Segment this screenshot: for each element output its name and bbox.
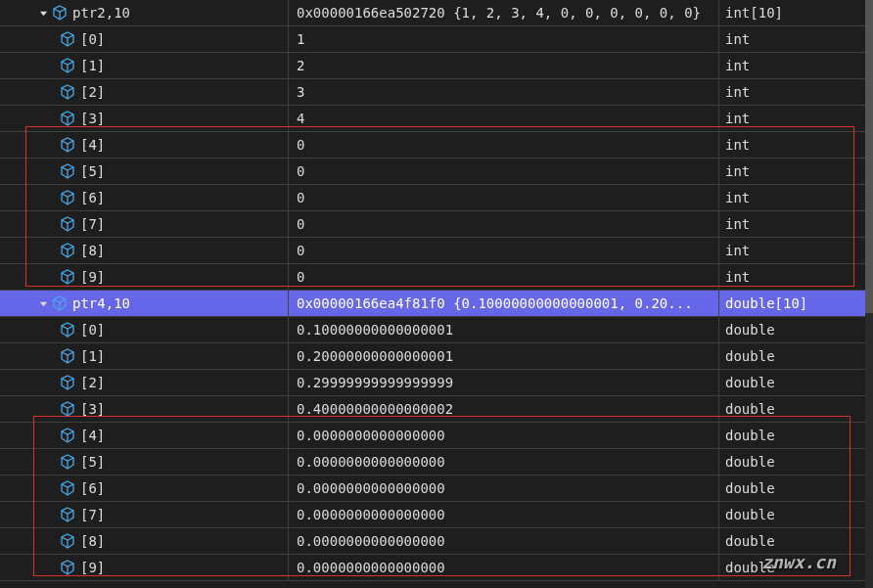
watch-name-cell[interactable]: [6]: [0, 185, 289, 210]
expand-toggle-icon[interactable]: [37, 297, 49, 309]
variable-cube-icon: [59, 136, 76, 154]
variable-name: ptr2,10: [72, 5, 130, 21]
watch-type-cell: double: [719, 317, 873, 342]
table-row[interactable]: [5]0.0000000000000000double: [0, 449, 873, 475]
watch-name-cell[interactable]: [0]: [0, 317, 289, 342]
variable-name: [3]: [80, 401, 105, 417]
watch-value-cell[interactable]: 0.29999999999999999: [289, 370, 719, 395]
watch-value-cell[interactable]: 2: [289, 53, 719, 78]
variable-cube-icon: [59, 83, 76, 101]
watch-name-cell[interactable]: [2]: [0, 79, 289, 105]
table-row[interactable]: [6]0int: [0, 185, 873, 211]
table-row[interactable]: [9]0int: [0, 264, 873, 291]
table-row[interactable]: [0]0.10000000000000001double: [0, 317, 873, 343]
watch-type-cell: int: [719, 132, 873, 158]
table-row[interactable]: [2]3int: [0, 79, 873, 106]
variable-cube-icon: [59, 427, 76, 444]
table-row[interactable]: [2]0.29999999999999999double: [0, 370, 873, 396]
watch-name-cell[interactable]: ptr2,10: [0, 0, 289, 25]
table-row[interactable]: [8]0.0000000000000000double: [0, 528, 873, 555]
vertical-scrollbar[interactable]: [865, 0, 873, 588]
variable-cube-icon: [59, 110, 76, 127]
variable-name: [4]: [80, 428, 105, 443]
watch-value-cell[interactable]: 0: [289, 185, 719, 210]
expand-toggle-icon[interactable]: [37, 7, 49, 19]
watch-name-cell[interactable]: [1]: [0, 53, 289, 78]
watch-type-cell: int: [719, 211, 873, 237]
watch-value-cell[interactable]: 0: [289, 158, 719, 184]
watch-name-cell[interactable]: [6]: [0, 475, 289, 501]
table-row[interactable]: [8]0int: [0, 238, 873, 264]
variable-name: [0]: [80, 31, 105, 47]
watch-value-cell[interactable]: 0.10000000000000001: [289, 317, 719, 342]
table-row[interactable]: [7]0.0000000000000000double: [0, 502, 873, 528]
table-row[interactable]: [4]0.0000000000000000double: [0, 423, 873, 449]
watch-value-cell[interactable]: 3: [289, 79, 719, 105]
watch-value-cell[interactable]: 0.0000000000000000: [289, 475, 719, 501]
table-row[interactable]: [9]0.0000000000000000double: [0, 555, 873, 581]
variable-name: [1]: [80, 348, 105, 364]
watch-value-cell[interactable]: 0.0000000000000000: [289, 528, 719, 554]
watch-name-cell[interactable]: [1]: [0, 343, 289, 369]
table-row[interactable]: [1]0.20000000000000001double: [0, 343, 873, 370]
watch-name-cell[interactable]: [2]: [0, 370, 289, 395]
variable-name: [2]: [80, 375, 105, 390]
watch-name-cell[interactable]: [8]: [0, 528, 289, 554]
watch-name-cell[interactable]: [5]: [0, 449, 289, 475]
watch-value-cell[interactable]: 0: [289, 238, 719, 263]
watch-value-cell[interactable]: 0x00000166ea502720 {1, 2, 3, 4, 0, 0, 0,…: [289, 0, 719, 25]
watch-value-cell[interactable]: 0.0000000000000000: [289, 449, 719, 475]
table-row[interactable]: [3]4int: [0, 106, 873, 132]
watch-name-cell[interactable]: [9]: [0, 555, 289, 580]
watch-name-cell[interactable]: [4]: [0, 423, 289, 448]
watch-type-cell: double: [719, 502, 873, 527]
scrollbar-thumb[interactable]: [865, 0, 873, 313]
table-row[interactable]: [4]0int: [0, 132, 873, 158]
variable-cube-icon: [59, 559, 76, 576]
table-row[interactable]: [3]0.40000000000000002double: [0, 396, 873, 423]
table-row[interactable]: [7]0int: [0, 211, 873, 238]
watch-type-cell: int: [719, 185, 873, 210]
variable-name: [7]: [80, 216, 105, 232]
watch-name-cell[interactable]: [3]: [0, 106, 289, 131]
watch-type-cell: int: [719, 26, 873, 52]
watch-value-cell[interactable]: 0.0000000000000000: [289, 423, 719, 448]
variable-cube-icon: [59, 57, 76, 74]
watch-value-cell[interactable]: 0: [289, 264, 719, 290]
watch-value-cell[interactable]: 0x00000166ea4f81f0 {0.10000000000000001,…: [289, 291, 719, 316]
watch-value-cell[interactable]: 1: [289, 26, 719, 52]
variable-cube-icon: [59, 532, 76, 550]
watch-name-cell[interactable]: [7]: [0, 502, 289, 527]
table-row[interactable]: [1]2int: [0, 53, 873, 79]
watch-type-cell: int[10]: [719, 0, 873, 25]
variable-name: [1]: [80, 58, 105, 73]
watch-name-cell[interactable]: [0]: [0, 26, 289, 52]
watch-value-cell[interactable]: 0.0000000000000000: [289, 502, 719, 527]
watch-name-cell[interactable]: [9]: [0, 264, 289, 290]
watch-value-cell[interactable]: 0: [289, 132, 719, 158]
watch-name-cell[interactable]: ptr4,10: [0, 291, 289, 316]
watch-type-cell: int: [719, 53, 873, 78]
table-row[interactable]: [0]1int: [0, 26, 873, 53]
watch-value-cell[interactable]: 4: [289, 106, 719, 131]
table-row[interactable]: ptr4,100x00000166ea4f81f0 {0.10000000000…: [0, 291, 873, 317]
watch-value-cell[interactable]: 0.40000000000000002: [289, 396, 719, 422]
watch-type-cell: double[10]: [719, 291, 873, 316]
watch-value-cell[interactable]: 0.20000000000000001: [289, 343, 719, 369]
table-row[interactable]: ptr2,100x00000166ea502720 {1, 2, 3, 4, 0…: [0, 0, 873, 26]
watch-value-cell[interactable]: 0.0000000000000000: [289, 555, 719, 580]
variable-cube-icon: [59, 30, 76, 48]
watch-type-cell: double: [719, 370, 873, 395]
watch-name-cell[interactable]: [4]: [0, 132, 289, 158]
watch-type-cell: int: [719, 158, 873, 184]
watch-value-cell[interactable]: 0: [289, 211, 719, 237]
table-row[interactable]: [6]0.0000000000000000double: [0, 475, 873, 502]
watch-name-cell[interactable]: [5]: [0, 158, 289, 184]
watch-name-cell[interactable]: [8]: [0, 238, 289, 263]
watch-name-cell[interactable]: [7]: [0, 211, 289, 237]
variable-name: [8]: [80, 243, 105, 258]
variable-name: [2]: [80, 84, 105, 100]
watch-name-cell[interactable]: [3]: [0, 396, 289, 422]
variable-cube-icon: [59, 479, 76, 497]
table-row[interactable]: [5]0int: [0, 158, 873, 185]
